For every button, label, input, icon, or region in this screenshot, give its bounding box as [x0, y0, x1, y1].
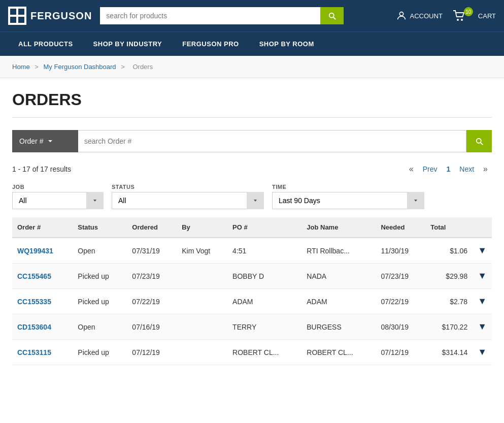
cell-order-num: CC155335 — [12, 289, 73, 314]
cell-total: $170.22 — [425, 314, 473, 340]
order-search-input[interactable] — [78, 130, 466, 152]
table-row: CC153115 Picked up 07/12/19 ROBERT CL...… — [12, 340, 492, 365]
filters-row: JOB All STATUS All Open Picked up — [12, 184, 492, 209]
order-search-button[interactable] — [466, 130, 492, 152]
cell-po: 4:51 — [227, 238, 301, 264]
cell-by — [177, 340, 227, 365]
status-filter-label: STATUS — [112, 184, 264, 190]
cell-order-num: CC155465 — [12, 264, 73, 289]
table-body: WQ199431 Open 07/31/19 Kim Vogt 4:51 RTI… — [12, 238, 492, 365]
last-page-button[interactable]: » — [479, 162, 492, 176]
order-link[interactable]: WQ199431 — [17, 247, 53, 255]
cell-expand: ▼ — [473, 238, 492, 264]
results-count: 1 - 17 of 17 results — [12, 165, 71, 173]
time-filter-group: TIME Last 90 Days Last 30 Days Last 60 D… — [272, 184, 424, 209]
cell-needed: 07/22/19 — [376, 289, 425, 314]
svg-point-5 — [457, 19, 459, 21]
next-page-button[interactable]: Next — [456, 163, 477, 175]
table-row: CD153604 Open 07/16/19 TERRY BURGESS 08/… — [12, 314, 492, 340]
cell-expand: ▼ — [473, 314, 492, 340]
breadcrumb-sep2: > — [121, 63, 126, 71]
row-expand-button[interactable]: ▼ — [478, 347, 487, 357]
time-filter-select[interactable]: Last 90 Days Last 30 Days Last 60 Days L… — [272, 192, 424, 209]
nav-shop-by-room[interactable]: SHOP BY ROOM — [249, 32, 324, 56]
col-order-num: Order # — [12, 217, 73, 238]
row-expand-button[interactable]: ▼ — [478, 321, 487, 332]
cell-status: Open — [73, 238, 127, 264]
job-filter-group: JOB All — [12, 184, 104, 209]
order-link[interactable]: CD153604 — [17, 323, 51, 331]
breadcrumb-current: Orders — [132, 63, 153, 71]
prev-page-button[interactable]: Prev — [420, 163, 441, 175]
nav-all-products[interactable]: ALL PRODUCTS — [8, 32, 83, 56]
cell-ordered: 07/31/19 — [127, 238, 177, 264]
search-button[interactable] — [320, 7, 344, 24]
status-filter-select[interactable]: All Open Picked up — [112, 192, 264, 209]
account-label: ACCOUNT — [410, 12, 443, 20]
col-job-name: Job Name — [301, 217, 376, 238]
cell-needed: 11/30/19 — [376, 238, 425, 264]
cell-order-num: WQ199431 — [12, 238, 73, 264]
job-filter-label: JOB — [12, 184, 104, 190]
page-title: ORDERS — [12, 90, 492, 109]
breadcrumb-home[interactable]: Home — [12, 63, 30, 71]
cell-expand: ▼ — [473, 340, 492, 365]
col-expand — [473, 217, 492, 238]
breadcrumb-sep1: > — [35, 63, 40, 71]
col-total: Total — [425, 217, 473, 238]
svg-point-4 — [399, 12, 403, 16]
cell-total: $314.14 — [425, 340, 473, 365]
table-row: CC155335 Picked up 07/22/19 ADAM ADAM 07… — [12, 289, 492, 314]
row-expand-button[interactable]: ▼ — [478, 296, 487, 306]
pagination: « Prev 1 Next » — [405, 162, 492, 176]
status-filter-group: STATUS All Open Picked up — [112, 184, 264, 209]
cart-label: CART — [478, 12, 496, 20]
logo-icon — [8, 7, 26, 25]
cell-total: $29.98 — [425, 264, 473, 289]
cell-needed: 07/23/19 — [376, 264, 425, 289]
orders-table: Order # Status Ordered By PO # Job Name … — [12, 217, 492, 365]
cell-status: Picked up — [73, 289, 127, 314]
svg-rect-0 — [10, 9, 16, 15]
cell-expand: ▼ — [473, 264, 492, 289]
row-expand-button[interactable]: ▼ — [478, 271, 487, 281]
svg-rect-2 — [10, 17, 16, 23]
cell-status: Picked up — [73, 340, 127, 365]
order-link[interactable]: CC153115 — [17, 348, 51, 356]
breadcrumb-dashboard[interactable]: My Ferguson Dashboard — [44, 63, 116, 71]
logo-text: FERGUSON — [30, 10, 92, 22]
order-link[interactable]: CC155465 — [17, 272, 51, 280]
order-link[interactable]: CC155335 — [17, 298, 51, 306]
cell-job-name: RTI Rollbac... — [301, 238, 376, 264]
order-filter-button[interactable]: Order # — [12, 130, 78, 152]
row-expand-button[interactable]: ▼ — [478, 245, 487, 255]
col-status: Status — [73, 217, 127, 238]
cell-po: ADAM — [227, 289, 301, 314]
cell-needed: 07/12/19 — [376, 340, 425, 365]
nav-shop-by-industry[interactable]: SHOP BY INDUSTRY — [83, 32, 173, 56]
col-po: PO # — [227, 217, 301, 238]
cell-order-num: CD153604 — [12, 314, 73, 340]
cell-total: $1.06 — [425, 238, 473, 264]
first-page-button[interactable]: « — [405, 162, 418, 176]
main-nav: ALL PRODUCTS SHOP BY INDUSTRY FERGUSON P… — [0, 31, 504, 56]
search-input[interactable] — [100, 7, 320, 24]
cell-by — [177, 289, 227, 314]
cell-po: TERRY — [227, 314, 301, 340]
cell-status: Open — [73, 314, 127, 340]
cart-link[interactable]: 10 CART — [453, 10, 496, 21]
cell-po: BOBBY D — [227, 264, 301, 289]
cell-ordered: 07/16/19 — [127, 314, 177, 340]
cell-needed: 08/30/19 — [376, 314, 425, 340]
table-row: WQ199431 Open 07/31/19 Kim Vogt 4:51 RTI… — [12, 238, 492, 264]
header: FERGUSON ACCOUNT 10 — [0, 0, 504, 31]
cell-ordered: 07/23/19 — [127, 264, 177, 289]
job-filter-select[interactable]: All — [12, 192, 104, 209]
header-actions: ACCOUNT 10 CART — [396, 10, 496, 21]
cell-status: Picked up — [73, 264, 127, 289]
logo[interactable]: FERGUSON — [8, 7, 92, 25]
title-divider — [12, 117, 492, 118]
account-link[interactable]: ACCOUNT — [396, 10, 443, 21]
cell-order-num: CC153115 — [12, 340, 73, 365]
nav-ferguson-pro[interactable]: FERGUSON PRO — [172, 32, 249, 56]
